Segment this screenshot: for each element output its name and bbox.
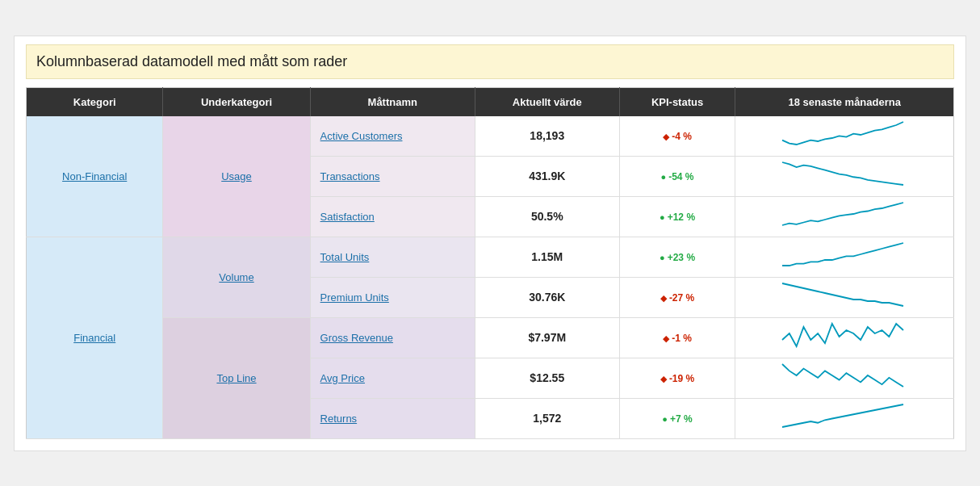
cell-mattnamn[interactable]: Satisfaction <box>310 196 475 237</box>
cell-value: 431.9K <box>475 156 619 196</box>
cell-sparkline <box>735 237 954 277</box>
cell-mattnamn[interactable]: Returns <box>310 398 475 438</box>
header-mattnamn: Måttnamn <box>310 87 475 116</box>
cell-kpi: ● +7 % <box>619 398 735 438</box>
cell-sparkline <box>735 196 954 237</box>
header-sparkline: 18 senaste månaderna <box>735 87 954 116</box>
header-underkategori: Underkategori <box>163 87 310 116</box>
cell-mattnamn[interactable]: Avg Price <box>310 358 475 398</box>
cell-sparkline <box>735 317 954 358</box>
cell-kpi: ● -54 % <box>619 156 735 196</box>
cell-sparkline <box>735 116 954 157</box>
header-kategori: Kategori <box>27 87 163 116</box>
table-body: Non-FinancialUsageActive Customers18,193… <box>27 116 954 439</box>
table-row: Non-FinancialUsageActive Customers18,193… <box>27 116 954 157</box>
cell-value: 50.5% <box>475 196 619 237</box>
cell-value: 1.15M <box>475 237 619 277</box>
cell-underkategori[interactable]: Volume <box>163 237 310 317</box>
table-header-row: Kategori Underkategori Måttnamn Aktuellt… <box>27 87 954 116</box>
cell-value: 1,572 <box>475 398 619 438</box>
kpi-table: Kategori Underkategori Måttnamn Aktuellt… <box>26 87 954 439</box>
main-container: Kolumnbaserad datamodell med mått som ra… <box>14 36 966 451</box>
cell-value: 18,193 <box>475 116 619 157</box>
header-aktuellt: Aktuellt värde <box>475 87 619 116</box>
header-kpi: KPI-status <box>619 87 735 116</box>
cell-sparkline <box>735 277 954 317</box>
cell-value: $12.55 <box>475 358 619 398</box>
cell-kpi: ◆ -27 % <box>619 277 735 317</box>
cell-kategori[interactable]: Financial <box>27 237 163 438</box>
cell-sparkline <box>735 398 954 438</box>
cell-underkategori[interactable]: Usage <box>163 116 310 237</box>
cell-kategori[interactable]: Non-Financial <box>27 116 163 237</box>
cell-kpi: ● +12 % <box>619 196 735 237</box>
cell-mattnamn[interactable]: Transactions <box>310 156 475 196</box>
cell-kpi: ◆ -1 % <box>619 317 735 358</box>
page-title: Kolumnbaserad datamodell med mått som ra… <box>26 44 954 79</box>
cell-underkategori[interactable]: Top Line <box>163 317 310 438</box>
cell-sparkline <box>735 156 954 196</box>
cell-mattnamn[interactable]: Active Customers <box>310 116 475 157</box>
cell-mattnamn[interactable]: Total Units <box>310 237 475 277</box>
cell-mattnamn[interactable]: Premium Units <box>310 277 475 317</box>
cell-sparkline <box>735 358 954 398</box>
cell-mattnamn[interactable]: Gross Revenue <box>310 317 475 358</box>
table-row: FinancialVolumeTotal Units1.15M● +23 % <box>27 237 954 277</box>
cell-kpi: ◆ -19 % <box>619 358 735 398</box>
cell-kpi: ● +23 % <box>619 237 735 277</box>
cell-value: $7.97M <box>475 317 619 358</box>
cell-kpi: ◆ -4 % <box>619 116 735 157</box>
table-row: Top LineGross Revenue$7.97M◆ -1 % <box>27 317 954 358</box>
cell-value: 30.76K <box>475 277 619 317</box>
